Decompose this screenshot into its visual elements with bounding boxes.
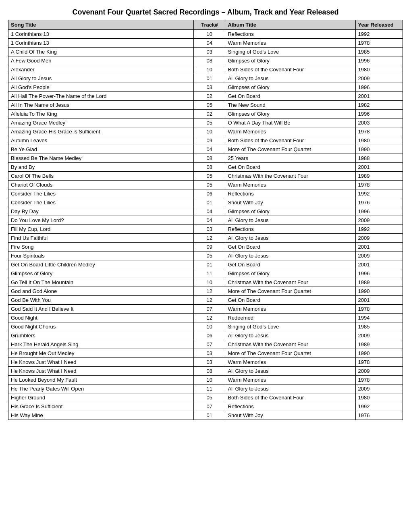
year-released: 1985: [355, 322, 403, 331]
song-title: Higher Ground: [8, 393, 194, 402]
track-number: 05: [194, 118, 225, 127]
song-title: Alleluia To The King: [8, 110, 194, 118]
track-number: 07: [194, 340, 225, 349]
year-released: 2009: [355, 367, 403, 376]
song-title: Do You Love My Lord?: [8, 216, 194, 225]
year-released: 1980: [355, 393, 403, 402]
song-title: Autumn Leaves: [8, 136, 194, 145]
year-released: 1996: [355, 56, 403, 65]
album-title: All Glory to Jesus: [225, 216, 355, 225]
table-row: 1 Corinthians 1304Warm Memories1978: [8, 39, 403, 48]
track-number: 04: [194, 145, 225, 154]
song-title: All In The Name of Jesus: [8, 101, 194, 110]
song-title: God and God Alone: [8, 287, 194, 296]
album-title: Singing of God's Love: [225, 48, 355, 56]
album-title: Warm Memories: [225, 39, 355, 48]
song-title: A Few Good Men: [8, 56, 194, 65]
table-row: God and God Alone12More of The Covenant …: [8, 287, 403, 296]
song-title: Alexander: [8, 65, 194, 74]
song-title: Get On Board Little Children Medley: [8, 260, 194, 269]
song-title: Find Us Faithful: [8, 234, 194, 243]
table-row: Autumn Leaves09Both Sides of the Covenan…: [8, 136, 403, 145]
song-title: Glimpses of Glory: [8, 269, 194, 278]
track-number: 09: [194, 243, 225, 251]
table-row: Blessed Be The Name Medley0825 Years1988: [8, 154, 403, 163]
album-title: Christmas With the Covenant Four: [225, 278, 355, 287]
table-row: His Grace Is Sufficient07Reflections1992: [8, 402, 403, 411]
table-row: Carol Of The Bells05Christmas With the C…: [8, 172, 403, 181]
track-number: 06: [194, 189, 225, 198]
table-row: Fill My Cup, Lord03Reflections1992: [8, 225, 403, 234]
song-title: Consider The Lilies: [8, 189, 194, 198]
song-title: A Child Of The King: [8, 48, 194, 56]
table-row: Find Us Faithful12All Glory to Jesus2009: [8, 234, 403, 243]
table-row: Fire Song09Get On Board2001: [8, 243, 403, 251]
track-number: 08: [194, 163, 225, 172]
album-title: Both Sides of the Covenant Four: [225, 136, 355, 145]
track-number: 05: [194, 251, 225, 260]
track-number: 10: [194, 278, 225, 287]
album-title: Get On Board: [225, 243, 355, 251]
table-row: His Way Mine01Shout With Joy1976: [8, 411, 403, 420]
song-title: Go Tell It On The Mountain: [8, 278, 194, 287]
table-row: Amazing Grace Medley05O What A Day That …: [8, 118, 403, 127]
table-row: Alleluia To The King02Glimpses of Glory1…: [8, 110, 403, 118]
track-number: 07: [194, 305, 225, 314]
album-title: Warm Memories: [225, 305, 355, 314]
year-released: 1976: [355, 411, 403, 420]
album-title: Get On Board: [225, 296, 355, 305]
track-number: 01: [194, 260, 225, 269]
track-number: 12: [194, 234, 225, 243]
track-number: 07: [194, 402, 225, 411]
year-released: 1989: [355, 340, 403, 349]
album-title: All Glory to Jesus: [225, 367, 355, 376]
track-number: 02: [194, 92, 225, 101]
song-title: He The Pearly Gates Will Open: [8, 384, 194, 393]
song-title: Chariot Of Clouds: [8, 181, 194, 189]
table-row: Alexander10Both Sides of the Covenant Fo…: [8, 65, 403, 74]
year-released: 2009: [355, 384, 403, 393]
table-row: He Looked Beyond My Fault10Warm Memories…: [8, 376, 403, 384]
table-row: God Said It And I Believe It07Warm Memor…: [8, 305, 403, 314]
year-released: 1980: [355, 136, 403, 145]
year-released: 1978: [355, 358, 403, 367]
table-row: Day By Day04Glimpses of Glory1996: [8, 207, 403, 216]
table-row: Four Spirituals05All Glory to Jesus2009: [8, 251, 403, 260]
song-title: Fire Song: [8, 243, 194, 251]
year-released: 2001: [355, 260, 403, 269]
track-number: 10: [194, 30, 225, 39]
track-number: 02: [194, 110, 225, 118]
song-title: He Knows Just What I Need: [8, 367, 194, 376]
table-row: Good Night12Redeemed1994: [8, 314, 403, 322]
track-number: 03: [194, 225, 225, 234]
song-title: All Hail The Power-The Name of the Lord: [8, 92, 194, 101]
album-title: Glimpses of Glory: [225, 110, 355, 118]
table-row: Go Tell It On The Mountain10Christmas Wi…: [8, 278, 403, 287]
track-number: 09: [194, 136, 225, 145]
song-title: He Looked Beyond My Fault: [8, 376, 194, 384]
song-title: His Grace Is Sufficient: [8, 402, 194, 411]
track-number: 03: [194, 349, 225, 358]
album-title: Singing of God's Love: [225, 322, 355, 331]
album-title: All Glory to Jesus: [225, 234, 355, 243]
year-released: 1982: [355, 101, 403, 110]
track-number: 12: [194, 296, 225, 305]
table-row: A Few Good Men08Glimpses of Glory1996: [8, 56, 403, 65]
track-number: 05: [194, 393, 225, 402]
table-row: He Knows Just What I Need08All Glory to …: [8, 367, 403, 376]
album-title: More of The Covenant Four Quartet: [225, 287, 355, 296]
year-released: 1985: [355, 48, 403, 56]
album-title: All Glory to Jesus: [225, 384, 355, 393]
year-released: 1980: [355, 65, 403, 74]
song-title: God Be With You: [8, 296, 194, 305]
song-title: Hark The Herald Angels Sing: [8, 340, 194, 349]
table-row: He Brought Me Out Medley03More of The Co…: [8, 349, 403, 358]
album-title: Warm Memories: [225, 358, 355, 367]
album-title: Get On Board: [225, 163, 355, 172]
year-released: 1992: [355, 225, 403, 234]
album-title: Both Sides of the Covenant Four: [225, 393, 355, 402]
table-row: Amazing Grace-His Grace is Sufficient10W…: [8, 127, 403, 136]
album-title: More of The Covenant Four Quartet: [225, 349, 355, 358]
year-released: 2009: [355, 234, 403, 243]
year-released: 1989: [355, 172, 403, 181]
